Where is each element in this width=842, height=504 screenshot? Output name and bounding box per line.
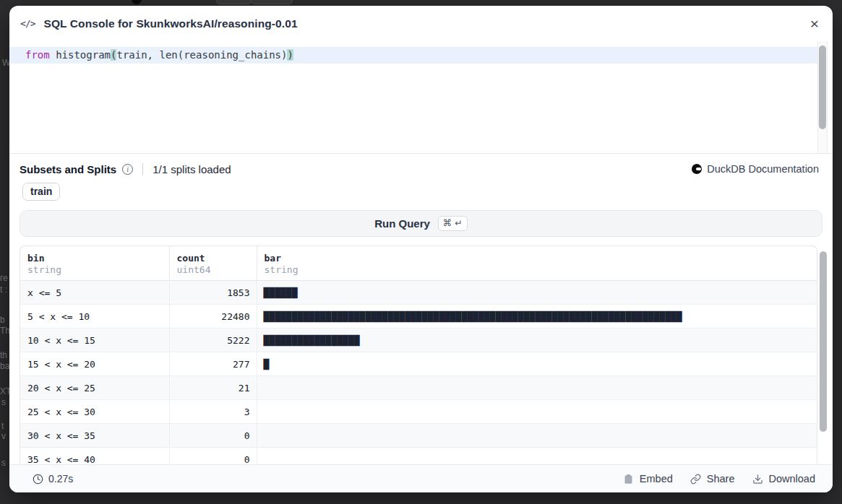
table-scrollbar-thumb[interactable] [820, 251, 827, 432]
matched-bracket-close: ) [287, 49, 293, 61]
backdrop-text-fragment: b [0, 315, 5, 325]
code-icon: </> [20, 18, 35, 29]
count-cell: 0 [169, 424, 257, 448]
splits-loaded-status: 1/1 splits loaded [152, 163, 231, 175]
backdrop-text-fragment: s [1, 397, 6, 407]
bar-cell: ██████ [257, 281, 817, 305]
bar-cell [257, 448, 817, 465]
bin-cell: 15 < x <= 20 [20, 352, 169, 376]
duckdb-docs-label: DuckDB Documentation [707, 163, 819, 175]
download-label: Download [769, 473, 816, 485]
run-query-label: Run Query [374, 217, 430, 230]
column-type: string [27, 264, 162, 275]
run-query-button[interactable]: Run Query ⌘ ↵ [20, 210, 822, 237]
backdrop-text-fragment: s [1, 458, 6, 468]
backdrop-text-fragment: th [0, 350, 7, 360]
sql-editor[interactable]: from histogram(train, len(reasoning_chai… [9, 41, 833, 153]
duckdb-logo-icon [692, 164, 702, 174]
table-row[interactable]: 35 < x <= 400 [20, 448, 817, 465]
embed-label: Embed [640, 473, 673, 485]
column-header-bar[interactable]: bar string [257, 246, 817, 281]
modal-header: </> SQL Console for SkunkworksAI/reasoni… [9, 6, 833, 41]
column-name: bin [27, 253, 162, 264]
backdrop-text-fragment: t : [0, 284, 7, 295]
share-label: Share [707, 473, 735, 485]
count-cell: 5222 [169, 329, 257, 352]
table-row[interactable]: 30 < x <= 350 [20, 424, 817, 448]
count-cell: 22480 [169, 305, 257, 329]
bin-cell: 25 < x <= 30 [20, 400, 169, 424]
sql-query-line[interactable]: from histogram(train, len(reasoning_chai… [9, 47, 817, 64]
backdrop-text-fragment: re [0, 273, 8, 283]
share-button[interactable]: Share [690, 473, 735, 485]
keyboard-shortcut-badge: ⌘ ↵ [438, 216, 468, 231]
modal-footer: 0.27s Embed Share Download [9, 464, 833, 492]
backdrop-text-fragment: v [1, 431, 6, 441]
duckdb-docs-link[interactable]: DuckDB Documentation [692, 163, 819, 175]
splits-row: train [22, 183, 60, 201]
bin-cell: 5 < x <= 10 [20, 305, 169, 329]
backdrop-text-fragment: Th [0, 326, 10, 336]
bar-cell: █ [257, 352, 817, 376]
count-cell: 0 [169, 448, 257, 465]
table-scrollbar[interactable] [819, 246, 828, 464]
download-button[interactable]: Download [752, 473, 816, 485]
bin-cell: 10 < x <= 15 [20, 329, 169, 352]
divider [142, 163, 143, 175]
close-icon[interactable]: × [809, 16, 820, 31]
divider [9, 153, 833, 154]
column-header-count[interactable]: count uint64 [169, 246, 257, 281]
column-name: bar [265, 253, 810, 264]
count-cell: 21 [169, 376, 257, 400]
table-row[interactable]: 10 < x <= 155222█████████████████ [20, 329, 817, 352]
embed-icon [623, 474, 634, 485]
clock-icon [33, 474, 43, 485]
bar-cell: ████████████████████████████████████████… [257, 305, 817, 329]
table-row[interactable]: 5 < x <= 1022480████████████████████████… [20, 305, 817, 329]
table-row[interactable]: x <= 51853██████ [20, 281, 817, 305]
bin-cell: 30 < x <= 35 [20, 424, 169, 448]
bar-cell [257, 400, 817, 424]
count-cell: 277 [169, 352, 257, 376]
count-cell: 1853 [169, 281, 257, 305]
embed-button[interactable]: Embed [623, 473, 673, 485]
modal-title: SQL Console for SkunkworksAI/reasoning-0… [43, 17, 297, 30]
count-cell: 3 [169, 400, 257, 424]
background-button-artifact [251, 0, 293, 4]
editor-scrollbar[interactable] [817, 41, 828, 153]
bar-cell [257, 376, 817, 400]
download-icon [752, 474, 763, 485]
bin-cell: x <= 5 [20, 281, 169, 305]
split-badge-train[interactable]: train [22, 183, 60, 201]
column-type: string [265, 264, 810, 275]
info-icon[interactable]: i [122, 164, 133, 175]
backdrop-text-fragment: t [1, 421, 4, 431]
table-header-row: bin string count uint64 bar string [20, 246, 817, 281]
background-avatar-artifact [132, 0, 142, 4]
bar-cell: █████████████████ [257, 329, 817, 352]
duration-value: 0.27s [48, 473, 73, 485]
footer-actions: Embed Share Download [623, 473, 815, 485]
link-icon [690, 474, 701, 485]
column-type: uint64 [177, 264, 249, 275]
sql-text: histogram [50, 49, 111, 61]
sql-console-modal: </> SQL Console for SkunkworksAI/reasoni… [9, 6, 833, 492]
bar-cell [257, 424, 817, 448]
table-row[interactable]: 25 < x <= 303 [20, 400, 817, 424]
subsets-label: Subsets and Splits [20, 163, 116, 175]
sql-keyword: from [25, 49, 50, 61]
bin-cell: 20 < x <= 25 [20, 376, 169, 400]
sql-text: train, len(reasoning_chains) [116, 49, 287, 61]
results-table: bin string count uint64 bar string x <= … [20, 246, 817, 464]
column-name: count [177, 253, 249, 264]
backdrop-text-fragment: ba [0, 361, 9, 371]
background-button-artifact [216, 0, 252, 4]
table-row[interactable]: 20 < x <= 2521 [20, 376, 817, 400]
bin-cell: 35 < x <= 40 [20, 448, 169, 465]
editor-scrollbar-thumb[interactable] [819, 45, 826, 129]
query-duration: 0.27s [33, 473, 73, 485]
table-row[interactable]: 15 < x <= 20277█ [20, 352, 817, 376]
subsets-and-splits-row: Subsets and Splits i 1/1 splits loaded D… [9, 156, 833, 182]
column-header-bin[interactable]: bin string [20, 246, 169, 281]
